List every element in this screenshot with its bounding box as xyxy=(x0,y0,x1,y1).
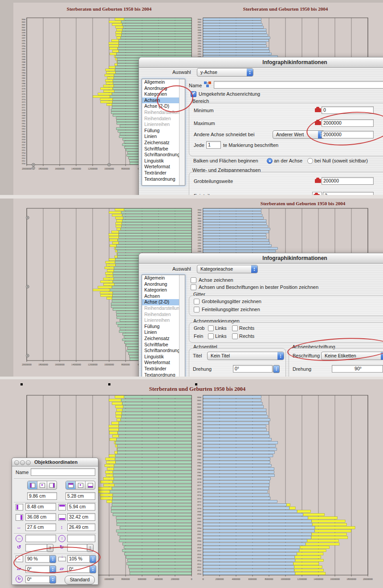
fein-rechts-checkbox[interactable] xyxy=(232,333,238,339)
sidebar-item-linien[interactable]: Linien xyxy=(142,329,185,336)
list-scrollbar[interactable] xyxy=(179,275,185,377)
achse-zeichnen-checkbox[interactable] xyxy=(191,277,196,283)
auto-value-icon[interactable] xyxy=(315,108,321,112)
grobgitter-checkbox[interactable] xyxy=(194,299,200,304)
anchor-x-field[interactable]: 9.86 cm xyxy=(27,492,57,500)
sidebar-item-zeichensatz[interactable]: Zeichensatz xyxy=(142,336,185,342)
beschriftung-popup[interactable]: Keine Etiketten ▲▼ xyxy=(321,352,383,360)
sidebar-item-schriftfarbe[interactable]: Schriftfarbe xyxy=(142,146,185,152)
sidebar-item-linienreihen[interactable]: Linienreihen xyxy=(142,317,185,324)
auswahl-popup[interactable]: Kategorieachse ▲▼ xyxy=(197,265,258,273)
sidebar-item-anordnung[interactable]: Anordnung xyxy=(142,281,185,288)
list-scrollbar[interactable] xyxy=(179,79,185,185)
scale-x-field[interactable]: 90 % xyxy=(25,555,50,563)
sidebar-item-achsen[interactable]: Achsen xyxy=(142,293,185,300)
rotation-field[interactable]: 0° xyxy=(25,576,50,583)
fein-links-checkbox[interactable] xyxy=(208,333,214,339)
sidebar-item-textanordnung[interactable]: Textanordnung xyxy=(142,176,185,182)
scale-x-stepper[interactable]: ▲▼ xyxy=(49,555,56,563)
close-icon[interactable] xyxy=(14,460,19,465)
anchor-bottom-icon[interactable] xyxy=(86,481,95,489)
sidebar-item-achse-2-d-[interactable]: Achse (2-D) xyxy=(142,103,185,109)
arc-start-stepper[interactable]: ▲▼ xyxy=(47,544,53,552)
horizontal-anchor-segmented[interactable] xyxy=(27,481,57,490)
rotation-stepper[interactable]: ▲▼ xyxy=(49,576,56,584)
sidebar-item-linguistik[interactable]: Linguistik xyxy=(142,354,185,360)
sidebar-item-werteformat[interactable]: Werteformat xyxy=(142,164,185,170)
grobteilung-field[interactable]: 200000 xyxy=(322,177,374,185)
formula-icon[interactable] xyxy=(204,81,212,88)
auswahl-popup[interactable]: y-Achse ▲▼ xyxy=(197,68,253,77)
sidebar-item-textränder[interactable]: Textränder xyxy=(142,170,185,176)
grob-rechts-checkbox[interactable] xyxy=(232,325,238,331)
arc-end-field[interactable] xyxy=(67,544,87,552)
scale-y-stepper[interactable]: ▲▼ xyxy=(90,555,96,563)
anchor-y-field[interactable]: 5.28 cm xyxy=(65,492,95,500)
bei-null-radio[interactable] xyxy=(307,158,313,164)
circle-height-field[interactable] xyxy=(67,535,95,542)
scale-y-field[interactable]: 105 % xyxy=(67,555,90,563)
sidebar-item-linguistik[interactable]: Linguistik xyxy=(142,158,185,164)
sidebar-item-reihendaten[interactable]: Reihendaten xyxy=(142,116,185,122)
right-field[interactable]: 36.08 cm xyxy=(25,513,56,521)
anchor-left-icon[interactable] xyxy=(28,481,37,489)
selection-handle[interactable] xyxy=(108,383,110,385)
vertical-anchor-segmented[interactable] xyxy=(65,481,95,490)
skew-y-field[interactable]: 0° xyxy=(67,565,90,573)
circle-width-field[interactable] xyxy=(25,535,56,542)
anchor-middle-icon[interactable] xyxy=(76,481,86,489)
anchor-top-icon[interactable] xyxy=(66,481,76,489)
sidebar-item-allgemein[interactable]: Allgemein xyxy=(142,79,185,85)
sidebar-item-textränder[interactable]: Textränder xyxy=(142,366,185,372)
skew-x-stepper[interactable]: ▲▼ xyxy=(49,565,56,573)
height-field[interactable]: 26.49 cm xyxy=(67,523,95,531)
sidebar-item-schriftanordnung[interactable]: Schriftanordnung xyxy=(142,152,185,158)
drehung-field[interactable]: 0° xyxy=(233,365,273,373)
sidebar-item-kategorien[interactable]: Kategorien xyxy=(142,91,185,97)
maximum-field[interactable]: 2000000 xyxy=(322,119,374,127)
feingitter-checkbox[interactable] xyxy=(194,307,200,312)
beste-position-checkbox[interactable] xyxy=(191,284,196,290)
sidebar-item-reihendarstellung[interactable]: Reihendarstellung xyxy=(142,109,185,116)
standard-button[interactable]: Standard xyxy=(65,576,95,584)
sidebar-item-anordnung[interactable]: Anordnung xyxy=(142,85,185,92)
drehung2-field[interactable]: 90° xyxy=(332,365,383,373)
jede-field[interactable]: 1 xyxy=(206,141,221,149)
sidebar-item-schriftanordnung[interactable]: Schriftanordnung xyxy=(142,348,185,354)
grob-links-checkbox[interactable] xyxy=(208,325,214,331)
feinteilungen-field[interactable]: 2 xyxy=(323,192,374,195)
sidebar-item-füllung[interactable]: Füllung xyxy=(142,128,185,134)
sidebar-item-allgemein[interactable]: Allgemein xyxy=(142,275,185,281)
anchor-center-icon[interactable] xyxy=(37,481,47,489)
sidebar-item-linien[interactable]: Linien xyxy=(142,134,185,140)
schneidet-popup[interactable]: Anderer Wert ▲▼ xyxy=(273,130,325,139)
sidebar-item-werteformat[interactable]: Werteformat xyxy=(142,360,185,366)
skew-x-field[interactable]: 0° xyxy=(25,565,50,573)
an-der-achse-radio[interactable] xyxy=(267,158,273,164)
schneidet-field[interactable]: 2000000 xyxy=(322,131,374,138)
dialog-titlebar[interactable]: Infographikinformationen xyxy=(139,57,383,68)
auto-value-icon[interactable] xyxy=(315,179,321,183)
sidebar-item-reihendaten[interactable]: Reihendaten xyxy=(142,312,185,318)
sidebar-item-achsen[interactable]: Achsen xyxy=(142,97,185,104)
top-field[interactable]: 5.94 cm xyxy=(67,503,95,511)
sidebar-item-füllung[interactable]: Füllung xyxy=(142,324,185,330)
width-field[interactable]: 27.6 cm xyxy=(25,523,56,531)
sidebar-item-zeichensatz[interactable]: Zeichensatz xyxy=(142,140,185,146)
auto-value-icon[interactable] xyxy=(315,121,321,125)
sidebar-item-linienreihen[interactable]: Linienreihen xyxy=(142,122,185,128)
dialog1-category-list[interactable]: AllgemeinAnordnungKategorienAchsenAchse … xyxy=(142,79,185,186)
titel-popup[interactable]: Kein Titel ▲▼ xyxy=(207,352,284,360)
reverse-axis-checkbox[interactable] xyxy=(191,91,196,97)
sidebar-item-textanordnung[interactable]: Textanordnung xyxy=(142,372,185,377)
drehung-stepper[interactable]: ▲▼ xyxy=(273,365,280,373)
minimize-icon[interactable] xyxy=(20,460,25,465)
anchor-right-icon[interactable] xyxy=(47,481,57,489)
sidebar-item-achse-2-d-[interactable]: Achse (2-D) xyxy=(142,299,185,305)
sidebar-item-kategorien[interactable]: Kategorien xyxy=(142,287,185,293)
selection-handle[interactable] xyxy=(195,383,197,385)
skew-y-stepper[interactable]: ▲▼ xyxy=(90,565,96,573)
arc-end-stepper[interactable]: ▲▼ xyxy=(87,544,94,552)
minimum-field[interactable]: 0 xyxy=(322,106,374,114)
bottom-field[interactable]: 32.42 cm xyxy=(67,513,95,521)
